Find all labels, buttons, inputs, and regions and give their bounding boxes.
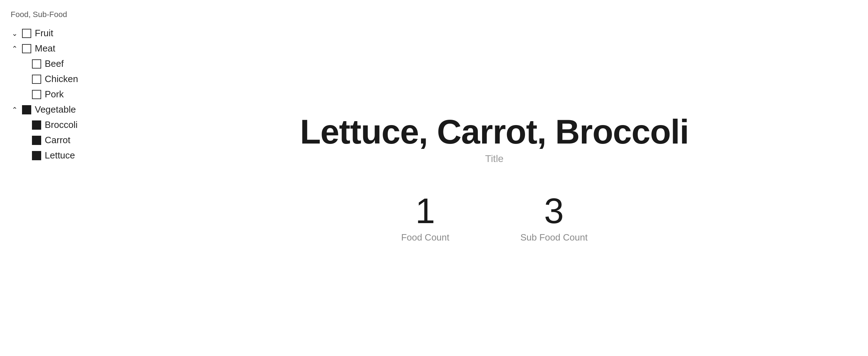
label-chicken: Chicken bbox=[45, 74, 78, 85]
main-subtitle: Title bbox=[485, 153, 504, 164]
label-beef: Beef bbox=[45, 58, 64, 69]
label-vegetable: Vegetable bbox=[35, 104, 76, 115]
sub-food-count-value: 3 bbox=[544, 193, 564, 228]
stat-sub-food-count: 3 Sub Food Count bbox=[520, 193, 588, 243]
checkbox-carrot[interactable] bbox=[32, 136, 41, 145]
tree-item-fruit[interactable]: ⌄ Fruit bbox=[11, 26, 110, 41]
checkbox-fruit[interactable] bbox=[22, 29, 31, 38]
sub-food-count-label: Sub Food Count bbox=[520, 232, 588, 243]
food-count-value: 1 bbox=[415, 193, 435, 228]
label-pork: Pork bbox=[45, 89, 64, 100]
tree-item-pork[interactable]: Pork bbox=[11, 87, 110, 102]
checkbox-chicken[interactable] bbox=[32, 75, 41, 84]
checkbox-broccoli[interactable] bbox=[32, 120, 41, 130]
chevron-vegetable: ⌃ bbox=[11, 106, 18, 114]
main-title: Lettuce, Carrot, Broccoli bbox=[300, 113, 689, 151]
tree-item-chicken[interactable]: Chicken bbox=[11, 71, 110, 87]
checkbox-meat[interactable] bbox=[22, 44, 31, 53]
label-lettuce: Lettuce bbox=[45, 150, 75, 161]
tree-item-beef[interactable]: Beef bbox=[11, 56, 110, 71]
checkbox-vegetable[interactable] bbox=[22, 105, 31, 114]
sidebar-header: Food, Sub-Food bbox=[11, 10, 110, 19]
tree-item-meat[interactable]: ⌃ Meat bbox=[11, 41, 110, 56]
chevron-fruit: ⌄ bbox=[11, 29, 18, 38]
checkbox-beef[interactable] bbox=[32, 59, 41, 69]
food-count-label: Food Count bbox=[401, 232, 449, 243]
checkbox-lettuce[interactable] bbox=[32, 151, 41, 160]
tree-item-vegetable[interactable]: ⌃ Vegetable bbox=[11, 102, 110, 117]
stats-row: 1 Food Count 3 Sub Food Count bbox=[401, 193, 588, 243]
sidebar: Food, Sub-Food ⌄ Fruit ⌃ Meat Beef Chick… bbox=[0, 0, 121, 356]
label-meat: Meat bbox=[35, 43, 55, 54]
tree-item-broccoli[interactable]: Broccoli bbox=[11, 117, 110, 133]
label-carrot: Carrot bbox=[45, 135, 70, 146]
label-broccoli: Broccoli bbox=[45, 119, 77, 130]
checkbox-pork[interactable] bbox=[32, 90, 41, 99]
tree-item-carrot[interactable]: Carrot bbox=[11, 133, 110, 148]
main-content: Lettuce, Carrot, Broccoli Title 1 Food C… bbox=[121, 0, 868, 356]
tree-item-lettuce[interactable]: Lettuce bbox=[11, 148, 110, 163]
chevron-meat: ⌃ bbox=[11, 44, 18, 53]
label-fruit: Fruit bbox=[35, 28, 53, 39]
stat-food-count: 1 Food Count bbox=[401, 193, 449, 243]
